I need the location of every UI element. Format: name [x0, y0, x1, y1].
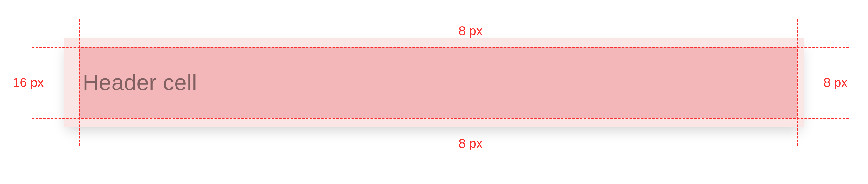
- guide-top: [32, 47, 849, 48]
- guide-bottom: [32, 118, 849, 119]
- padding-bottom-callout: 8 px: [459, 137, 483, 151]
- header-cell-inner: Header cell: [79, 47, 797, 118]
- header-cell-outer: Header cell: [64, 38, 804, 127]
- padding-left-callout: 16 px: [13, 75, 44, 90]
- guide-right: [797, 19, 798, 146]
- padding-right-callout: 8 px: [824, 75, 848, 90]
- spec-stage: Header cell 8 px 8 px 16 px 8 px: [0, 0, 868, 184]
- guide-left: [79, 19, 80, 146]
- padding-top-callout: 8 px: [459, 24, 483, 38]
- header-cell-label: Header cell: [79, 70, 197, 95]
